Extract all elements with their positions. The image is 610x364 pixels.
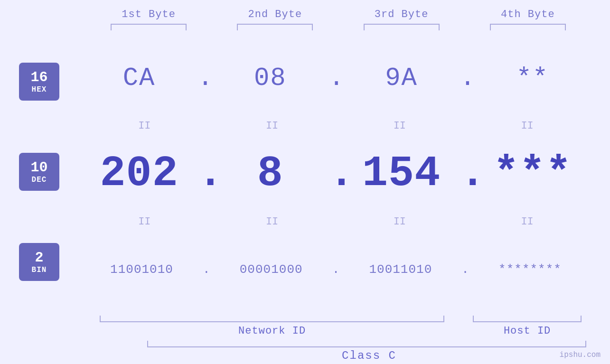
byte-headers: 1st Byte 2nd Byte 3rd Byte 4th Byte (85, 0, 591, 20)
class-section: Class C (147, 341, 591, 362)
bracket-byte3 (364, 24, 440, 30)
class-bracket (147, 341, 586, 347)
dot-dec-1: . (197, 149, 212, 198)
hex-badge: 16 HEX (19, 63, 59, 101)
bin-val-1: 11001010 (110, 262, 173, 277)
byte4-header: 4th Byte (465, 9, 591, 20)
data-columns: CA . 08 . 9A . ** II II II II 202 (81, 37, 591, 364)
bin-val-3: 10011010 (369, 262, 432, 277)
byte3-header: 3rd Byte (338, 9, 465, 20)
bin-row: 11001010 . 00001000 . 10011010 . *******… (81, 228, 591, 311)
watermark: ipshu.com (560, 351, 601, 359)
network-id-label: Network ID (238, 325, 306, 337)
label-column: 16 HEX 10 DEC 2 BIN (19, 37, 81, 364)
bracket-byte4 (490, 24, 566, 30)
main-container: 1st Byte 2nd Byte 3rd Byte 4th Byte 16 H… (0, 0, 610, 364)
dec-row: 202 . 8 . 154 . *** (81, 132, 591, 215)
eq2-1: II (138, 216, 150, 228)
equals-row-2: II II II II (81, 215, 591, 228)
eq1-1: II (138, 120, 150, 132)
hex-row: CA . 08 . 9A . ** (81, 37, 591, 119)
bin-badge: 2 BIN (19, 243, 59, 281)
bin-val-4: ******** (498, 262, 562, 277)
equals-row-1: II II II II (81, 119, 591, 132)
hex-val-1: CA (123, 64, 156, 93)
dec-badge: 10 DEC (19, 153, 59, 191)
bracket-byte2 (237, 24, 313, 30)
byte1-header: 1st Byte (85, 9, 212, 20)
dec-val-2: 8 (257, 149, 283, 198)
eq1-3: II (394, 120, 406, 132)
host-id-section: Host ID (463, 316, 591, 337)
eq1-2: II (266, 120, 278, 132)
top-brackets (85, 22, 591, 32)
dot-hex-1: . (197, 64, 212, 93)
dot-dec-2: . (329, 149, 343, 198)
dec-val-4: *** (493, 149, 572, 198)
class-label: Class C (342, 349, 396, 362)
dec-val-1: 202 (100, 149, 178, 198)
hex-val-4: ** (516, 64, 549, 93)
bottom-brackets: Network ID Host ID (81, 316, 591, 337)
eq2-4: II (521, 216, 533, 228)
byte2-header: 2nd Byte (212, 9, 338, 20)
bracket-byte1 (111, 24, 187, 30)
dot-bin-3: . (461, 262, 469, 277)
hex-badge-label: HEX (32, 85, 47, 94)
dot-hex-2: . (329, 64, 343, 93)
hex-val-3: 9A (385, 64, 418, 93)
host-id-label: Host ID (504, 325, 551, 337)
dot-dec-3: . (460, 149, 474, 198)
network-bracket (100, 316, 444, 322)
eq2-2: II (266, 216, 278, 228)
dot-bin-2: . (332, 262, 340, 277)
bin-badge-label: BIN (32, 266, 47, 274)
dot-hex-3: . (460, 64, 474, 93)
host-bracket (473, 316, 581, 322)
bin-badge-number: 2 (35, 250, 43, 266)
dot-bin-1: . (203, 262, 210, 277)
hex-val-2: 08 (254, 64, 287, 93)
bin-val-2: 00001000 (240, 262, 303, 277)
dec-badge-label: DEC (32, 176, 47, 184)
eq1-4: II (521, 120, 533, 132)
dec-val-3: 154 (362, 149, 441, 198)
eq2-3: II (394, 216, 406, 228)
main-content: 16 HEX 10 DEC 2 BIN CA . 08 . 9A . ** (19, 37, 591, 364)
dec-badge-number: 10 (30, 160, 47, 176)
hex-badge-number: 16 (30, 70, 47, 85)
network-id-section: Network ID (81, 316, 463, 337)
